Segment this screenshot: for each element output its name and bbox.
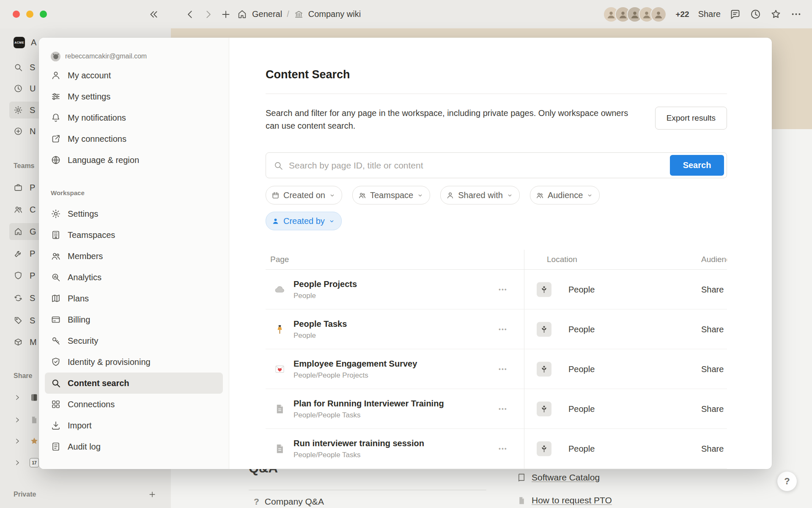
nav-item-connections[interactable]: Connections (45, 394, 223, 415)
nav-item-label: Import (68, 421, 92, 431)
card-icon (51, 315, 61, 325)
audience-value: Share (701, 284, 724, 294)
row-more-options-icon[interactable]: ••• (496, 445, 510, 453)
nav-item-my-settings[interactable]: My settings (45, 86, 223, 107)
table-row[interactable]: People Projects People ••• People Share (266, 270, 727, 309)
location-value: People (568, 364, 595, 374)
nav-item-analytics[interactable]: Analytics (45, 267, 223, 288)
filter-label: Audience (548, 190, 583, 200)
row-more-options-icon[interactable]: ••• (496, 286, 510, 293)
filter-created-on[interactable]: Created on (266, 186, 342, 204)
workspace-section-header: Workspace (51, 189, 217, 196)
page-path: People (294, 331, 347, 340)
import-icon (51, 420, 61, 431)
nav-item-label: My connections (68, 134, 126, 144)
gear-icon (51, 209, 61, 219)
nav-item-settings[interactable]: Settings (45, 203, 223, 224)
arrow-out-icon (51, 134, 61, 144)
row-more-options-icon[interactable]: ••• (496, 405, 510, 413)
table-row[interactable]: People Tasks People ••• People Share (266, 309, 727, 349)
results-table: Page Location Audience People Projects P… (266, 250, 727, 469)
nav-item-label: Teamspaces (68, 230, 115, 240)
search-input[interactable] (288, 160, 663, 171)
chevron-down-icon (329, 192, 335, 199)
nav-item-label: Plans (68, 294, 89, 304)
location-value: People (568, 404, 595, 414)
nav-item-teamspaces[interactable]: Teamspaces (45, 224, 223, 246)
help-button[interactable]: ? (777, 472, 797, 491)
location-value: People (568, 284, 595, 294)
filter-audience[interactable]: Audience (530, 186, 600, 204)
people-teamspace-icon (537, 362, 551, 376)
love-letter-icon (274, 363, 285, 375)
chevron-down-icon (587, 192, 593, 199)
nav-item-language-region[interactable]: Language & region (45, 149, 223, 171)
nav-item-label: Connections (68, 400, 115, 409)
filter-label: Created on (283, 190, 325, 200)
location-value: People (568, 444, 595, 453)
nav-item-label: Content search (68, 378, 129, 388)
nav-item-my-notifications[interactable]: My notifications (45, 107, 223, 128)
table-row[interactable]: Employee Engagement Survey People/People… (266, 349, 727, 389)
table-row[interactable]: Plan for Running Interviewer Training Pe… (266, 389, 727, 429)
filter-label: Shared with (458, 190, 503, 200)
nav-item-label: Identity & provisioning (68, 357, 151, 367)
location-value: People (568, 324, 595, 334)
building-icon (51, 230, 61, 240)
shield-check-icon (51, 357, 61, 367)
filter-teamspace[interactable]: Teamspace (352, 186, 430, 204)
export-results-button[interactable]: Export results (655, 107, 727, 130)
nav-item-label: Members (68, 251, 103, 261)
table-header: Page Location Audience (266, 250, 727, 270)
page-title: Plan for Running Interviewer Training (294, 398, 444, 408)
column-header-location: Location (547, 255, 577, 264)
nav-item-label: My account (68, 71, 111, 80)
settings-modal: rebeccamcakir@gmail.com My account My se… (39, 38, 772, 469)
sliders-icon (51, 91, 61, 102)
account-row: rebeccamcakir@gmail.com (45, 49, 223, 64)
cloud-icon (274, 284, 285, 295)
nav-item-security[interactable]: Security (45, 330, 223, 351)
search-bar: Search (266, 152, 727, 178)
column-header-page: Page (270, 255, 289, 264)
account-avatar (51, 52, 60, 61)
person-icon (272, 217, 280, 225)
people-teamspace-icon (537, 441, 551, 456)
table-row[interactable]: Run interviewer training session People/… (266, 429, 727, 469)
people-teamspace-icon (537, 282, 551, 297)
nav-item-billing[interactable]: Billing (45, 309, 223, 330)
filter-row: Created on Teamspace Shared with Audienc… (266, 186, 727, 204)
row-more-options-icon[interactable]: ••• (496, 326, 510, 333)
nav-item-members[interactable]: Members (45, 246, 223, 267)
content-search-panel: Content Search Search and filter for any… (229, 38, 772, 469)
nav-item-audit-log[interactable]: Audit log (45, 436, 223, 457)
nav-item-label: Language & region (68, 155, 139, 165)
chevron-down-icon (507, 192, 513, 199)
filter-shared-with[interactable]: Shared with (440, 186, 520, 204)
page-icon (274, 403, 285, 414)
active-filter-row: Created by (266, 212, 727, 230)
audience-value: Share (701, 404, 724, 414)
nav-item-import[interactable]: Import (45, 415, 223, 436)
page-title: Run interviewer training session (294, 438, 424, 448)
row-more-options-icon[interactable]: ••• (496, 365, 510, 373)
filter-label: Created by (283, 216, 325, 226)
person-icon (51, 70, 61, 80)
filter-created-by[interactable]: Created by (266, 212, 342, 230)
people-icon (358, 191, 366, 199)
audience-value: Share (701, 324, 724, 334)
nav-item-identity-provisioning[interactable]: Identity & provisioning (45, 351, 223, 373)
nav-item-label: My settings (68, 92, 110, 102)
nav-item-plans[interactable]: Plans (45, 288, 223, 309)
nav-item-content-search[interactable]: Content search (45, 373, 223, 394)
nav-item-label: Analytics (68, 273, 102, 282)
divider (266, 94, 727, 94)
account-email: rebeccamcakir@gmail.com (65, 52, 147, 60)
people-icon (536, 191, 544, 199)
pushpin-icon (274, 323, 285, 335)
nav-item-my-account[interactable]: My account (45, 65, 223, 86)
nav-item-my-connections[interactable]: My connections (45, 128, 223, 149)
grid-icon (51, 399, 61, 409)
analytics-icon (51, 272, 61, 282)
search-button[interactable]: Search (670, 155, 724, 176)
